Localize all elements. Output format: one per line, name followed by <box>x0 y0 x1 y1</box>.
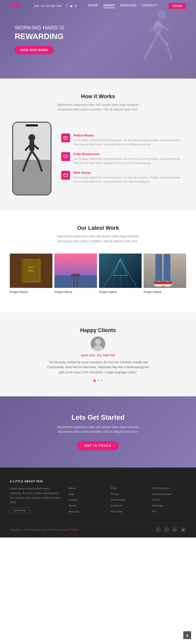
svg-line-5 <box>145 47 151 59</box>
svg-text:HOLY: HOLY <box>28 266 34 269</box>
svg-rect-39 <box>77 273 78 287</box>
nav-work[interactable]: WORK <box>88 4 98 8</box>
feature-responsive-text: Far far away, behind the word mountains,… <box>73 157 184 165</box>
cta-section: Lets Get Started Dignissimos asperiores … <box>0 396 196 468</box>
svg-line-6 <box>158 33 167 44</box>
main-nav: WORK ABOUT SERVICES CONTACT <box>88 4 157 8</box>
testimonial-text: "Far far away, behind the word mountains… <box>46 360 150 375</box>
dot-2[interactable] <box>97 380 99 382</box>
footer-twitter-icon[interactable]: 𝕋 <box>155 527 161 532</box>
footer-links-col3: Find Designers Find Developers Teams Adv… <box>152 480 186 515</box>
feature-retina-content: Retina Ready Far far away, behind the wo… <box>73 134 184 146</box>
cta-button[interactable]: GET IN TOUCH <box>77 441 119 450</box>
feature-responsive-title: Fully Responsive <box>73 152 184 156</box>
phone-screen <box>13 122 51 194</box>
nav-contact[interactable]: CONTACT <box>142 4 158 8</box>
svg-point-57 <box>95 339 101 345</box>
phone-runner-svg <box>13 123 50 194</box>
footer-link-about[interactable]: About <box>69 486 103 490</box>
footer-link-meetups[interactable]: Meetups <box>69 510 103 514</box>
project-4: Project Name <box>144 254 186 294</box>
svg-rect-21 <box>64 155 67 157</box>
project-2: Project Name <box>54 254 97 294</box>
footer-links-col1: About Help Contact Terms Meetups <box>69 480 103 515</box>
testimonial-name: JEAN DOE, VIA TWITTER <box>46 354 150 357</box>
project-1-thumb[interactable]: HOLY BIBLE <box>10 254 52 288</box>
footer-copyright-link[interactable]: PTPseo <box>70 528 78 531</box>
svg-line-4 <box>151 33 158 47</box>
footer-link-handbook[interactable]: Handbook <box>110 504 145 508</box>
phone-mockup <box>12 122 51 195</box>
svg-text:BIBLE: BIBLE <box>28 270 34 272</box>
logo: RUN. <box>10 3 23 9</box>
footer-link-contact[interactable]: Contact <box>69 498 103 502</box>
learn-more-button[interactable]: Learn More <box>10 508 30 513</box>
footer-link-teams[interactable]: Teams <box>152 498 186 502</box>
feature-responsive: Fully Responsive Far far away, behind th… <box>61 152 184 165</box>
phone-notch <box>26 124 38 126</box>
feature-retina-text: Far far away, behind the word mountains,… <box>73 138 184 146</box>
project-3-label: Project Name <box>99 290 142 294</box>
project-3: Project Name <box>99 254 142 294</box>
web-icon <box>61 171 70 180</box>
footer-col2-title <box>110 480 145 483</box>
footer-link-testimonials[interactable]: Testimonials <box>110 498 145 502</box>
svg-rect-23 <box>64 158 66 158</box>
footer-link-helpdesk[interactable]: Held Desk <box>110 510 145 514</box>
footer-bottom: Copyright © 2016 Company Name. All right… <box>10 522 186 532</box>
dot-1[interactable] <box>94 380 96 382</box>
svg-line-7 <box>167 44 172 59</box>
instagram-icon[interactable]: ◉ <box>70 4 72 8</box>
testimonial-dots <box>46 380 150 382</box>
cta-text: Dignissimos asperiores vitae velit venia… <box>51 425 145 434</box>
footer-link-api[interactable]: API <box>152 510 186 514</box>
project-2-label: Project Name <box>54 290 97 294</box>
svg-rect-37 <box>71 274 81 276</box>
twitter-icon[interactable]: 𝕋 <box>66 4 68 8</box>
project-3-thumb[interactable] <box>99 254 142 288</box>
dot-3[interactable] <box>100 380 102 382</box>
footer-about-title: A LITTLE ABOUT RUN. <box>10 480 61 483</box>
feature-web-content: Web Starter Far far away, behind the wor… <box>73 171 184 184</box>
svg-rect-34 <box>22 259 23 282</box>
feature-responsive-content: Fully Responsive Far far away, behind th… <box>73 152 184 165</box>
footer-copyright: Copyright © 2016 Company Name. All right… <box>10 528 78 531</box>
svg-point-27 <box>65 174 65 174</box>
how-title: How it Works <box>10 93 186 100</box>
svg-point-26 <box>64 174 64 174</box>
site-footer: A LITTLE ABOUT RUN. Facilis ipsum repreh… <box>0 468 196 538</box>
footer-link-privacy[interactable]: Privacy <box>110 492 145 496</box>
hero-section: RUN. Call: +01 123 456 7890 𝕋 ◉ ⊟ WORK A… <box>0 0 196 78</box>
footer-link-advertise[interactable]: Advertise <box>152 504 186 508</box>
feature-web-title: Web Starter <box>73 171 184 174</box>
login-button[interactable]: LOGIN <box>169 3 186 9</box>
footer-link-find-designers[interactable]: Find Designers <box>152 486 186 490</box>
footer-social: 𝕋 f in ◉ <box>155 527 186 532</box>
nav-about[interactable]: ABOUT <box>103 4 115 8</box>
hero-content: WORKING HARD IS REWARDING View Our Work <box>15 24 64 54</box>
cta-title: Lets Get Started <box>10 414 186 422</box>
svg-rect-22 <box>67 156 68 157</box>
feature-web: Web Starter Far far away, behind the wor… <box>61 171 184 184</box>
footer-facebook-icon[interactable]: f <box>164 527 170 532</box>
footer-linkedin-icon[interactable]: in <box>172 527 178 532</box>
footer-link-terms[interactable]: Terms <box>69 504 103 508</box>
site-header: RUN. Call: +01 123 456 7890 𝕋 ◉ ⊟ WORK A… <box>0 0 196 12</box>
footer-instagram-icon[interactable]: ◉ <box>180 527 186 532</box>
responsive-icon <box>61 152 70 161</box>
project-2-thumb[interactable] <box>54 254 97 288</box>
footer-link-help[interactable]: Help <box>69 492 103 496</box>
view-work-button[interactable]: View Our Work <box>15 46 54 54</box>
footer-col3-title <box>152 480 186 483</box>
feature-web-text: Far far away, behind the word mountains,… <box>73 176 184 184</box>
header-right: Call: +01 123 456 7890 𝕋 ◉ ⊟ <box>34 4 77 8</box>
footer-link-shop[interactable]: Shop <box>110 486 145 490</box>
nav-services[interactable]: SERVICES <box>120 4 137 8</box>
rss-icon[interactable]: ⊟ <box>74 4 77 8</box>
project-4-thumb[interactable] <box>144 254 186 288</box>
hero-runner-icon <box>127 5 181 74</box>
footer-link-find-developers[interactable]: Find Developers <box>152 492 186 496</box>
svg-rect-19 <box>65 139 67 140</box>
svg-rect-38 <box>73 273 74 287</box>
footer-about-col: A LITTLE ABOUT RUN. Facilis ipsum repreh… <box>10 480 61 515</box>
